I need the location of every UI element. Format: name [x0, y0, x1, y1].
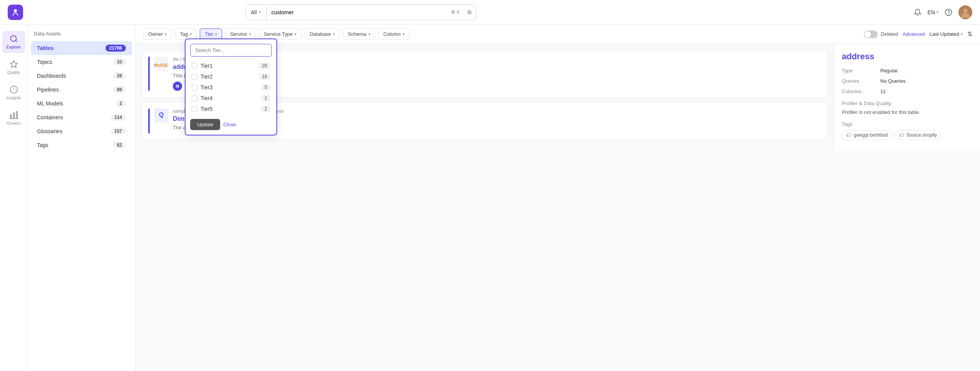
tier-checkbox-tier1[interactable] — [192, 63, 197, 69]
asset-item-pipelines[interactable]: Pipelines 69 — [31, 83, 132, 97]
panel-type-label: Type — [842, 68, 880, 74]
search-input[interactable] — [267, 5, 447, 20]
search-clear-button[interactable]: ⊗ — [463, 8, 476, 16]
filter-service_type-button[interactable]: Service Type▾ — [259, 28, 302, 40]
app-logo[interactable] — [8, 5, 23, 20]
tier-actions: Update Close — [190, 119, 272, 130]
svg-line-6 — [15, 40, 17, 42]
tier-checkbox-tier3[interactable] — [192, 85, 197, 90]
svg-text:MySQL: MySQL — [154, 63, 168, 67]
sidebar-item-quality[interactable]: Quality — [2, 56, 25, 79]
panel-type-value: Regular — [880, 68, 898, 74]
sort-button[interactable]: ⇅ — [967, 30, 972, 38]
filter-database-button[interactable]: Database▾ — [304, 28, 340, 40]
svg-point-1 — [945, 9, 952, 15]
asset-item-containers[interactable]: Containers 114 — [31, 110, 132, 124]
panel-tags: 🏷gweggr.berbtbsd🏷Source.shopify — [842, 130, 972, 142]
tier-dropdown: Tier1 29 Tier2 16 Tier3 5 Tier4 1 Tier5 … — [185, 38, 277, 135]
result-accent-bar — [148, 109, 150, 134]
tier-search-input[interactable] — [190, 44, 272, 57]
assets-sidebar-title: Data Assets — [28, 31, 135, 41]
tier-item-tier4[interactable]: Tier4 1 — [190, 93, 272, 104]
result-icon-mysql: MySQL — [154, 57, 168, 70]
sidebar-item-explore[interactable]: Explore — [2, 31, 25, 53]
chevron-down-icon: ▾ — [259, 10, 261, 14]
svg-marker-7 — [10, 61, 17, 67]
panel-queries-row: Queries No Queries — [842, 78, 972, 84]
panel-columns-label: Columns — [842, 89, 880, 94]
search-shortcut: ⌘ K — [448, 10, 463, 15]
asset-item-ml-models[interactable]: ML Models 2 — [31, 97, 132, 110]
asset-item-dashboards[interactable]: Dashboards 28 — [31, 69, 132, 83]
filter-column-button[interactable]: Column▾ — [378, 28, 410, 40]
filter-schema-button[interactable]: Schema▾ — [343, 28, 375, 40]
tier-item-tier1[interactable]: Tier1 29 — [190, 60, 272, 71]
filter-tag-button[interactable]: Tag▾ — [175, 28, 197, 40]
filter-tier-button[interactable]: Tier▾ — [200, 28, 222, 40]
search-all-button[interactable]: All ▾ — [246, 5, 267, 20]
panel-columns-row: Columns 11 — [842, 89, 972, 94]
panel-profiler-text: Profiler is not enabled for this table. — [842, 109, 972, 115]
result-author-avatar: M — [173, 82, 182, 91]
result-accent-bar — [148, 57, 150, 91]
deleted-toggle-switch[interactable] — [864, 30, 878, 38]
main-content: Owner▾Tag▾Tier▾Service▾Service Type▾Data… — [135, 25, 980, 371]
svg-rect-14 — [16, 112, 17, 119]
icon-sidebar: Explore Quality Insights Govern — [0, 25, 28, 371]
filter-owner-button[interactable]: Owner▾ — [143, 28, 172, 40]
tier-item-tier2[interactable]: Tier2 16 — [190, 71, 272, 82]
asset-item-topics[interactable]: Topics 10 — [31, 55, 132, 69]
search-bar: All ▾ ⌘ K ⊗ — [245, 4, 476, 20]
asset-item-tags[interactable]: Tags 62 — [31, 138, 132, 152]
panel-tags-section: Tags — [842, 121, 972, 127]
panel-title: address — [842, 52, 972, 62]
result-icon-hex: Q — [154, 109, 168, 122]
panel-tag-chip[interactable]: 🏷Source.shopify — [895, 130, 941, 140]
user-avatar[interactable] — [958, 5, 972, 19]
panel-columns-value: 11 — [880, 89, 886, 94]
panel-profiler-section: Profiler & Data Quality — [842, 100, 972, 106]
tier-checkbox-tier2[interactable] — [192, 74, 197, 80]
panel-queries-value: No Queries — [880, 78, 906, 84]
deleted-toggle: Deleted — [864, 30, 898, 38]
nav-right: EN ▾ — [914, 5, 972, 19]
tier-checkbox-tier5[interactable] — [192, 106, 197, 112]
right-panel: address Type Regular Queries No Queries … — [834, 44, 980, 151]
last-updated-button[interactable]: Last Updated ▾ — [930, 31, 963, 37]
filter-service-button[interactable]: Service▾ — [225, 28, 256, 40]
svg-point-5 — [10, 36, 16, 42]
language-button[interactable]: EN ▾ — [928, 9, 938, 15]
panel-type-row: Type Regular — [842, 68, 972, 74]
svg-text:Q: Q — [159, 112, 164, 118]
tier-update-button[interactable]: Update — [190, 119, 220, 130]
notifications-button[interactable] — [914, 8, 921, 16]
asset-item-tables[interactable]: Tables 21786 — [31, 41, 132, 55]
svg-point-4 — [963, 8, 968, 13]
filter-right: Deleted Advanced Last Updated ▾ ⇅ — [864, 30, 972, 38]
asset-item-glossaries[interactable]: Glossaries 157 — [31, 124, 132, 138]
tier-item-tier5[interactable]: Tier5 2 — [190, 104, 272, 114]
svg-point-0 — [14, 9, 17, 12]
svg-rect-12 — [10, 115, 11, 119]
tier-item-tier3[interactable]: Tier3 5 — [190, 82, 272, 93]
panel-queries-label: Queries — [842, 78, 880, 84]
svg-rect-13 — [13, 113, 14, 119]
panel-tag-chip[interactable]: 🏷gweggr.berbtbsd — [842, 130, 892, 140]
help-button[interactable] — [945, 8, 952, 16]
tier-close-button[interactable]: Close — [223, 119, 236, 130]
tier-checkbox-tier4[interactable] — [192, 95, 197, 101]
main-layout: Explore Quality Insights Govern — [0, 25, 980, 371]
top-nav: All ▾ ⌘ K ⊗ EN ▾ — [0, 0, 980, 25]
advanced-button[interactable]: Advanced — [903, 31, 925, 37]
assets-sidebar: Data Assets Tables 21786 Topics 10 Dashb… — [28, 25, 135, 371]
sidebar-item-govern[interactable]: Govern — [2, 107, 25, 129]
deleted-label: Deleted — [881, 31, 898, 37]
sidebar-item-insights[interactable]: Insights — [2, 82, 25, 104]
